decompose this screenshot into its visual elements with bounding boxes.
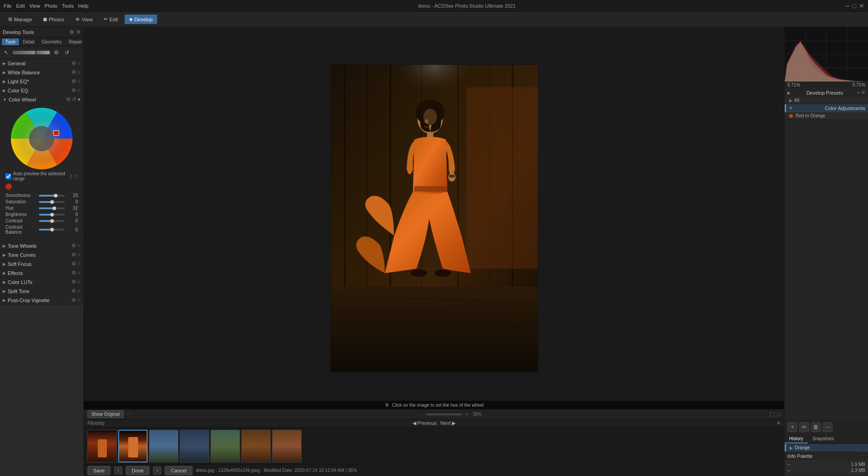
hue-thumb[interactable] <box>53 207 56 210</box>
color-wheel-container[interactable] <box>10 107 73 170</box>
nav-edit[interactable]: ✏ Edit <box>99 14 123 24</box>
panel-close-icon[interactable]: ✕ <box>76 29 81 35</box>
leq-settings-icon[interactable]: ⚙ <box>72 78 76 84</box>
smoothness-track[interactable] <box>39 195 65 197</box>
minimize-icon[interactable]: ─ <box>845 2 850 10</box>
brightness-track[interactable] <box>39 214 65 216</box>
contrast-track[interactable] <box>39 220 65 222</box>
menu-bar[interactable]: File Edit View Photo Tools Help <box>4 3 88 9</box>
nav-develop[interactable]: ◈ Develop <box>125 14 157 24</box>
more-history-btn[interactable]: ⋯ <box>823 422 833 432</box>
pcv-settings-icon[interactable]: ⚙ <box>72 297 76 303</box>
tc-settings-icon[interactable]: ⚙ <box>72 252 76 258</box>
section-tone-wheels[interactable]: ▶ Tone Wheels ⚙ ○ <box>0 241 83 250</box>
pcv-icons[interactable]: ⚙ ○ <box>72 297 81 303</box>
section-tone-curves[interactable]: ▶ Tone Curves ⚙ ○ <box>0 250 83 260</box>
tab-geometry[interactable]: Geometry <box>38 38 65 45</box>
cl-icons[interactable]: ⚙ ○ <box>72 279 81 285</box>
image-container[interactable]: 🖱 Click on the image to set the hue of t… <box>84 27 784 409</box>
color-adj-header[interactable]: ▼ Color Adjustments <box>785 104 868 112</box>
eff-reset-icon[interactable]: ○ <box>77 270 81 276</box>
ceq-reset-icon[interactable]: ○ <box>77 87 81 93</box>
sf-icons[interactable]: ⚙ ○ <box>72 261 81 267</box>
info-palette-header[interactable]: Info Palette ⋯ <box>785 452 868 460</box>
brightness-thumb[interactable] <box>50 213 54 216</box>
tab-tune[interactable]: Tune <box>2 38 19 45</box>
fullscreen-icon[interactable]: ⛶ <box>770 412 775 417</box>
tc-icons[interactable]: ⚙ ○ <box>72 252 81 258</box>
info-icons[interactable]: ⋯ <box>860 453 865 459</box>
filmstrip-close-icon[interactable]: ✕ <box>777 420 781 426</box>
tw-settings-icon[interactable]: ⚙ <box>72 243 76 249</box>
nav-photos[interactable]: ◼ Photos <box>38 14 69 24</box>
tool-cursor[interactable]: ↖ <box>2 48 11 57</box>
pcv-reset-icon[interactable]: ○ <box>77 297 81 303</box>
nav-manage[interactable]: ⊞ Manage <box>4 14 37 24</box>
tab-repair[interactable]: Repair <box>65 38 84 45</box>
tool-reset-icon[interactable]: ↺ <box>62 48 72 57</box>
filmstrip-thumb-6[interactable] <box>241 430 271 462</box>
cw-info-icon[interactable]: ● <box>77 96 81 102</box>
tw-reset-icon[interactable]: ○ <box>77 243 81 249</box>
auto-preview-checkbox[interactable] <box>5 173 11 179</box>
section-color-wheel[interactable]: ▼ Color Wheel ⚙ ↺ ● <box>0 95 83 104</box>
done-button[interactable]: Done <box>126 466 149 475</box>
panel-title-icons[interactable]: ⚙ ✕ <box>69 29 81 35</box>
leq-reset-icon[interactable]: ○ <box>77 78 81 84</box>
smoothness-thumb[interactable] <box>54 194 58 197</box>
prev-arrow[interactable]: ‹ <box>114 466 122 475</box>
tab-detail[interactable]: Detail <box>19 38 38 45</box>
contrast-balance-thumb[interactable] <box>50 228 54 231</box>
maximize-icon[interactable]: □ <box>853 2 856 10</box>
saturation-thumb[interactable] <box>50 200 54 204</box>
section-general[interactable]: ▶ General ⚙ ○ <box>0 59 83 68</box>
filmstrip-thumb-4[interactable] <box>180 430 209 462</box>
section-light-eq[interactable]: ▶ Light EQ* ⚙ ○ <box>0 77 83 86</box>
cw-icons[interactable]: ⚙ ↺ ● <box>66 96 81 102</box>
menu-view[interactable]: View <box>29 3 40 9</box>
hue-track[interactable] <box>39 207 65 209</box>
auto-preview-icon2[interactable]: □ <box>75 174 78 179</box>
general-icons[interactable]: ⚙ ○ <box>72 60 81 66</box>
tool-settings-icon[interactable]: ⚙ <box>52 48 61 57</box>
cw-reset-icon[interactable]: ↺ <box>72 96 76 102</box>
tab-snapshots[interactable]: Snapshots <box>808 435 838 443</box>
general-reset-icon[interactable]: ○ <box>77 60 81 66</box>
section-split-tone[interactable]: ▶ Split Tone ⚙ ○ <box>0 287 83 296</box>
next-arrow[interactable]: › <box>153 466 161 475</box>
preset-all[interactable]: ▶ All <box>785 97 868 104</box>
presets-close-icon[interactable]: ✕ <box>861 90 865 96</box>
filmstrip-thumb-7[interactable] <box>272 430 302 462</box>
menu-tools[interactable]: Tools <box>62 3 74 9</box>
filmstrip-prev-btn[interactable]: ◀ Previous <box>412 420 437 426</box>
section-soft-focus[interactable]: ▶ Soft Focus ⚙ ○ <box>0 260 83 269</box>
zoom-in-icon[interactable]: + <box>465 412 468 417</box>
leq-icons[interactable]: ⚙ ○ <box>72 78 81 84</box>
st-settings-icon[interactable]: ⚙ <box>72 288 76 294</box>
edit-history-btn[interactable]: ✏ <box>799 422 809 432</box>
filmstrip-thumb-2[interactable] <box>118 430 148 462</box>
menu-file[interactable]: File <box>4 3 12 9</box>
color-indicator[interactable] <box>53 130 59 135</box>
filmstrip-thumb-3[interactable] <box>149 430 178 462</box>
contrast-balance-track[interactable] <box>39 229 65 231</box>
general-settings-icon[interactable]: ⚙ <box>72 60 76 66</box>
tc-reset-icon[interactable]: ○ <box>77 252 81 258</box>
nav-view[interactable]: 👁 View <box>71 15 97 24</box>
eff-settings-icon[interactable]: ⚙ <box>72 270 76 276</box>
st-reset-icon[interactable]: ○ <box>77 288 81 294</box>
section-post-crop[interactable]: ▶ Post-Crop Vignette ⚙ ○ <box>0 296 83 305</box>
st-icons[interactable]: ⚙ ○ <box>72 288 81 294</box>
contrast-thumb[interactable] <box>50 219 54 223</box>
filmstrip-thumb-1[interactable] <box>87 430 117 462</box>
show-original-btn[interactable]: Show Original <box>87 410 124 418</box>
zoom-out-icon[interactable]: - <box>422 412 423 417</box>
auto-preview-icon1[interactable]: | <box>70 174 72 179</box>
eff-icons[interactable]: ⚙ ○ <box>72 270 81 276</box>
add-history-btn[interactable]: + <box>787 422 797 432</box>
save-button[interactable]: Save <box>87 466 110 475</box>
sf-reset-icon[interactable]: ○ <box>77 261 81 267</box>
develop-presets-header[interactable]: ▶ Develop Presets + ✕ <box>785 88 868 97</box>
color-wheel-svg[interactable] <box>10 107 73 170</box>
section-effects[interactable]: ▶ Effects ⚙ ○ <box>0 269 83 278</box>
